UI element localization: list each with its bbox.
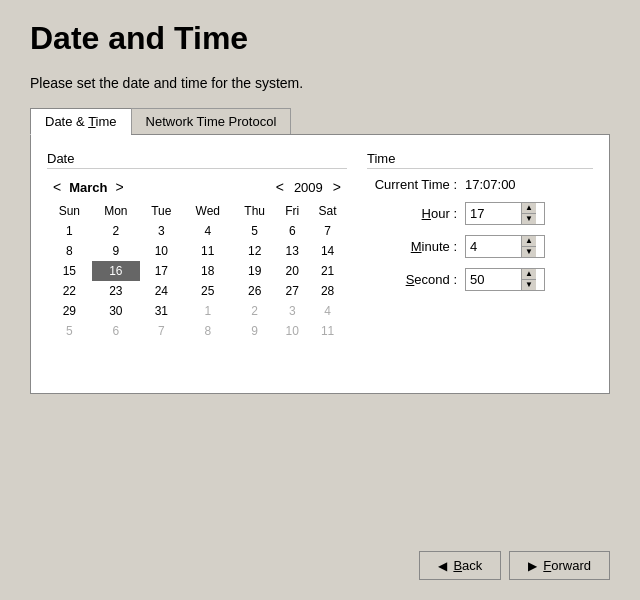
calendar-day[interactable]: 7 <box>140 321 183 341</box>
minute-down-button[interactable]: ▼ <box>522 247 536 257</box>
next-year-button[interactable]: > <box>327 177 347 197</box>
second-arrows: ▲ ▼ <box>521 269 536 290</box>
calendar-day[interactable]: 30 <box>92 301 140 321</box>
calendar-day[interactable]: 17 <box>140 261 183 281</box>
calendar-day[interactable]: 6 <box>92 321 140 341</box>
calendar-row: 567891011 <box>47 321 347 341</box>
calendar-table: Sun Mon Tue Wed Thu Fri Sat 123456789101… <box>47 201 347 341</box>
hour-arrows: ▲ ▼ <box>521 203 536 224</box>
calendar-day[interactable]: 18 <box>183 261 233 281</box>
tab-ntp[interactable]: Network Time Protocol <box>131 108 292 135</box>
calendar-day[interactable]: 19 <box>233 261 277 281</box>
calendar-day[interactable]: 8 <box>183 321 233 341</box>
col-wed: Wed <box>183 201 233 221</box>
minute-spinner[interactable]: 4 ▲ ▼ <box>465 235 545 258</box>
calendar-day[interactable]: 15 <box>47 261 92 281</box>
forward-button[interactable]: ▶ Forward <box>509 551 610 580</box>
second-label: Second : <box>367 272 457 287</box>
calendar-day[interactable]: 7 <box>308 221 347 241</box>
minute-label: Minute : <box>367 239 457 254</box>
calendar-day[interactable]: 10 <box>140 241 183 261</box>
current-time-row: Current Time : 17:07:00 <box>367 177 593 192</box>
second-input[interactable]: 50 <box>466 270 521 289</box>
hour-down-button[interactable]: ▼ <box>522 214 536 224</box>
year-label: 2009 <box>294 180 323 195</box>
calendar-row: 15161718192021 <box>47 261 347 281</box>
calendar-day[interactable]: 13 <box>276 241 308 261</box>
second-down-button[interactable]: ▼ <box>522 280 536 290</box>
calendar-day[interactable]: 23 <box>92 281 140 301</box>
calendar-day[interactable]: 5 <box>233 221 277 241</box>
calendar-day[interactable]: 27 <box>276 281 308 301</box>
calendar-day[interactable]: 3 <box>140 221 183 241</box>
hour-up-button[interactable]: ▲ <box>522 203 536 214</box>
calendar-day[interactable]: 31 <box>140 301 183 321</box>
time-section-label: Time <box>367 151 593 169</box>
back-label: Back <box>453 558 482 573</box>
calendar-day[interactable]: 26 <box>233 281 277 301</box>
calendar-day[interactable]: 6 <box>276 221 308 241</box>
prev-year-button[interactable]: < <box>270 177 290 197</box>
calendar-day[interactable]: 10 <box>276 321 308 341</box>
calendar-day[interactable]: 2 <box>233 301 277 321</box>
calendar-day[interactable]: 11 <box>183 241 233 261</box>
calendar-day[interactable]: 4 <box>183 221 233 241</box>
calendar-day[interactable]: 9 <box>233 321 277 341</box>
col-fri: Fri <box>276 201 308 221</box>
date-section-label: Date <box>47 151 347 169</box>
current-time-label: Current Time : <box>367 177 457 192</box>
col-sat: Sat <box>308 201 347 221</box>
calendar-day[interactable]: 2 <box>92 221 140 241</box>
page-subtitle: Please set the date and time for the sys… <box>30 75 610 91</box>
second-spinner[interactable]: 50 ▲ ▼ <box>465 268 545 291</box>
month-label: March <box>69 180 107 195</box>
hour-row: Hour : 17 ▲ ▼ <box>367 202 593 225</box>
hour-label: Hour : <box>367 206 457 221</box>
calendar-day[interactable]: 3 <box>276 301 308 321</box>
tab-panel: Date < March > < 2009 > Sun <box>30 134 610 394</box>
calendar-day[interactable]: 22 <box>47 281 92 301</box>
calendar-day[interactable]: 5 <box>47 321 92 341</box>
minute-input[interactable]: 4 <box>466 237 521 256</box>
calendar-day[interactable]: 16 <box>92 261 140 281</box>
tabs: Date & Time Network Time Protocol <box>30 107 610 134</box>
calendar-row: 891011121314 <box>47 241 347 261</box>
calendar-header-row: Sun Mon Tue Wed Thu Fri Sat <box>47 201 347 221</box>
minute-row: Minute : 4 ▲ ▼ <box>367 235 593 258</box>
calendar-day[interactable]: 4 <box>308 301 347 321</box>
hour-input[interactable]: 17 <box>466 204 521 223</box>
col-tue: Tue <box>140 201 183 221</box>
date-section: Date < March > < 2009 > Sun <box>47 151 347 377</box>
page-title: Date and Time <box>30 20 610 57</box>
forward-label: Forward <box>543 558 591 573</box>
calendar-day[interactable]: 1 <box>183 301 233 321</box>
next-month-button[interactable]: > <box>109 177 129 197</box>
calendar-day[interactable]: 14 <box>308 241 347 261</box>
calendar-row: 1234567 <box>47 221 347 241</box>
back-button[interactable]: ◀ Back <box>419 551 501 580</box>
calendar-nav: < March > < 2009 > <box>47 177 347 197</box>
calendar-day[interactable]: 28 <box>308 281 347 301</box>
calendar-day[interactable]: 24 <box>140 281 183 301</box>
col-thu: Thu <box>233 201 277 221</box>
calendar-day[interactable]: 8 <box>47 241 92 261</box>
calendar-day[interactable]: 11 <box>308 321 347 341</box>
calendar-day[interactable]: 20 <box>276 261 308 281</box>
calendar-day[interactable]: 25 <box>183 281 233 301</box>
bottom-bar: ◀ Back ▶ Forward <box>419 551 610 580</box>
prev-month-button[interactable]: < <box>47 177 67 197</box>
back-icon: ◀ <box>438 559 447 573</box>
tab-date-time[interactable]: Date & Time <box>30 108 131 135</box>
second-row: Second : 50 ▲ ▼ <box>367 268 593 291</box>
minute-up-button[interactable]: ▲ <box>522 236 536 247</box>
calendar-day[interactable]: 29 <box>47 301 92 321</box>
calendar-day[interactable]: 12 <box>233 241 277 261</box>
year-nav: < 2009 > <box>270 177 347 197</box>
calendar-day[interactable]: 21 <box>308 261 347 281</box>
minute-arrows: ▲ ▼ <box>521 236 536 257</box>
col-mon: Mon <box>92 201 140 221</box>
calendar-day[interactable]: 9 <box>92 241 140 261</box>
calendar-day[interactable]: 1 <box>47 221 92 241</box>
hour-spinner[interactable]: 17 ▲ ▼ <box>465 202 545 225</box>
second-up-button[interactable]: ▲ <box>522 269 536 280</box>
